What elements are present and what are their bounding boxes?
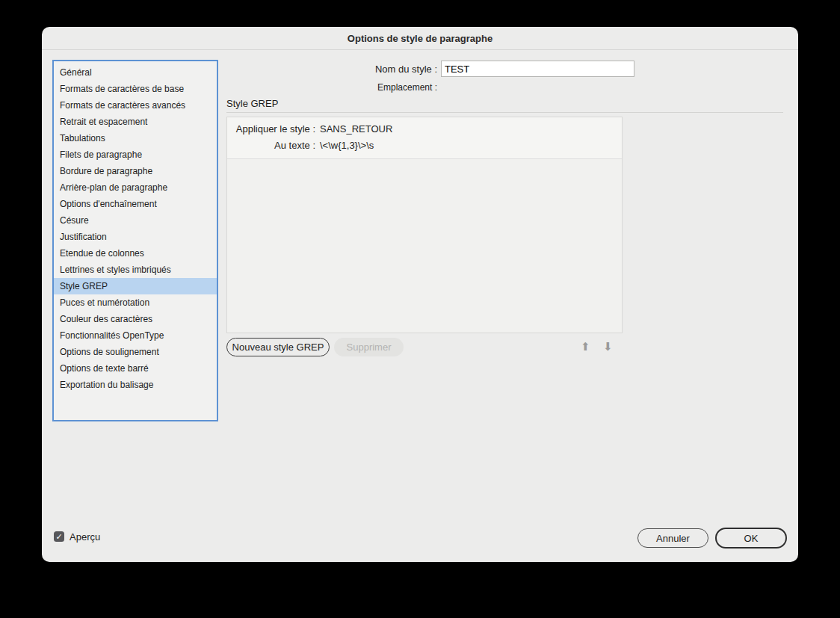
- sidebar-item-etendue-de-colonnes[interactable]: Etendue de colonnes: [54, 245, 217, 262]
- sidebar-item-formats-de-caracteres-avances[interactable]: Formats de caractères avancés: [54, 97, 217, 114]
- delete-grep-style-button[interactable]: Supprimer: [334, 338, 404, 356]
- sidebar-item-retrait-et-espacement[interactable]: Retrait et espacement: [54, 114, 217, 130]
- sidebar-item-puces-et-numerotation[interactable]: Puces et numérotation: [54, 294, 217, 311]
- grep-totext-value[interactable]: \<\w{1,3}\>\s: [320, 137, 374, 154]
- settings-category-list: GénéralFormats de caractères de baseForm…: [52, 60, 218, 421]
- move-up-icon[interactable]: ⬆: [581, 339, 590, 355]
- style-name-input[interactable]: [441, 61, 634, 77]
- ok-button[interactable]: OK: [715, 528, 787, 549]
- sidebar-item-justification[interactable]: Justification: [54, 229, 217, 245]
- paragraph-style-options-dialog: Options de style de paragraphe GénéralFo…: [42, 27, 798, 562]
- style-name-label: Nom du style :: [266, 64, 437, 75]
- sidebar-item-formats-de-caracteres-de-base[interactable]: Formats de caractères de base: [54, 81, 217, 97]
- new-grep-style-button[interactable]: Nouveau style GREP: [226, 338, 330, 356]
- cancel-button[interactable]: Annuler: [637, 528, 708, 548]
- location-label: Emplacement :: [266, 82, 437, 93]
- sidebar-item-bordure-de-paragraphe[interactable]: Bordure de paragraphe: [54, 163, 217, 179]
- preview-label: Aperçu: [70, 531, 100, 543]
- dialog-titlebar[interactable]: Options de style de paragraphe: [42, 27, 798, 50]
- grep-apply-style-value[interactable]: SANS_RETOUR: [320, 121, 392, 137]
- sidebar-item-cesure[interactable]: Césure: [54, 212, 217, 229]
- sidebar-item-exportation-du-balisage[interactable]: Exportation du balisage: [54, 377, 217, 393]
- sidebar-item-options-de-soulignement[interactable]: Options de soulignement: [54, 344, 217, 360]
- grep-style-entry[interactable]: Appliquer le style : SANS_RETOUR Au text…: [227, 117, 622, 159]
- sidebar-item-couleur-des-caracteres[interactable]: Couleur des caractères: [54, 311, 217, 327]
- sidebar-item-tabulations[interactable]: Tabulations: [54, 130, 217, 146]
- check-icon: ✓: [55, 531, 62, 542]
- sidebar-item-lettrines-et-styles-imbriques[interactable]: Lettrines et styles imbriqués: [54, 262, 217, 278]
- grep-apply-style-label: Appliquer le style :: [227, 121, 315, 137]
- sidebar-item-options-de-texte-barre[interactable]: Options de texte barré: [54, 360, 217, 377]
- grep-style-list: Appliquer le style : SANS_RETOUR Au text…: [226, 117, 623, 333]
- grep-apply-row: Appliquer le style : SANS_RETOUR: [227, 121, 622, 137]
- grep-section-title: Style GREP: [226, 98, 278, 109]
- sidebar-item-style-grep[interactable]: Style GREP: [54, 278, 217, 294]
- sidebar-item-fonctionnalites-opentype[interactable]: Fonctionnalités OpenType: [54, 327, 217, 344]
- sidebar-item-options-d-enchainement[interactable]: Options d'enchaînement: [54, 196, 217, 212]
- grep-totext-row: Au texte : \<\w{1,3}\>\s: [227, 137, 622, 154]
- grep-totext-label: Au texte :: [227, 137, 315, 154]
- section-divider: [226, 112, 783, 113]
- sidebar-item-general[interactable]: Général: [54, 64, 217, 81]
- sidebar-item-filets-de-paragraphe[interactable]: Filets de paragraphe: [54, 146, 217, 163]
- sidebar-item-arriere-plan-de-paragraphe[interactable]: Arrière-plan de paragraphe: [54, 179, 217, 196]
- move-down-icon[interactable]: ⬇: [603, 339, 613, 355]
- preview-checkbox[interactable]: ✓: [54, 531, 64, 542]
- dialog-title: Options de style de paragraphe: [348, 33, 492, 44]
- preview-toggle[interactable]: ✓ Aperçu: [54, 529, 100, 544]
